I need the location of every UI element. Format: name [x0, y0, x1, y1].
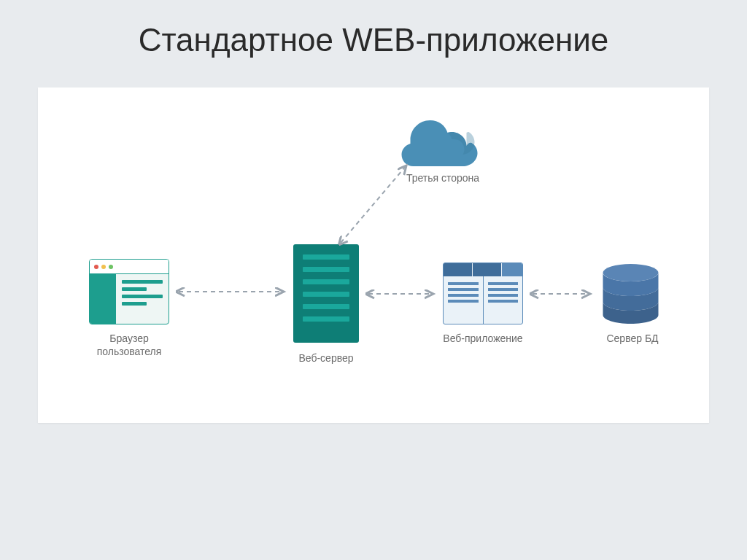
- svg-point-0: [603, 264, 659, 281]
- arrow-browser-server: [173, 286, 290, 298]
- diagram-canvas: Браузерпользователя Веб-сервер Третья ст…: [38, 88, 709, 423]
- webapp-label: Веб-приложение: [436, 332, 530, 345]
- arrow-server-cloud: [333, 157, 421, 252]
- web-server-label: Веб-сервер: [293, 351, 359, 365]
- webapp-icon: [443, 262, 523, 324]
- arrow-webapp-db: [527, 288, 596, 300]
- slide-title: Стандартное WEB-приложение: [29, 22, 718, 58]
- db-label: Сервер БД: [592, 332, 673, 345]
- svg-line-4: [341, 166, 406, 243]
- browser-icon: [89, 259, 169, 324]
- database-icon: [600, 262, 662, 324]
- arrow-server-webapp: [363, 288, 439, 300]
- browser-label: Браузерпользователя: [89, 332, 169, 358]
- web-server-icon: [293, 244, 359, 343]
